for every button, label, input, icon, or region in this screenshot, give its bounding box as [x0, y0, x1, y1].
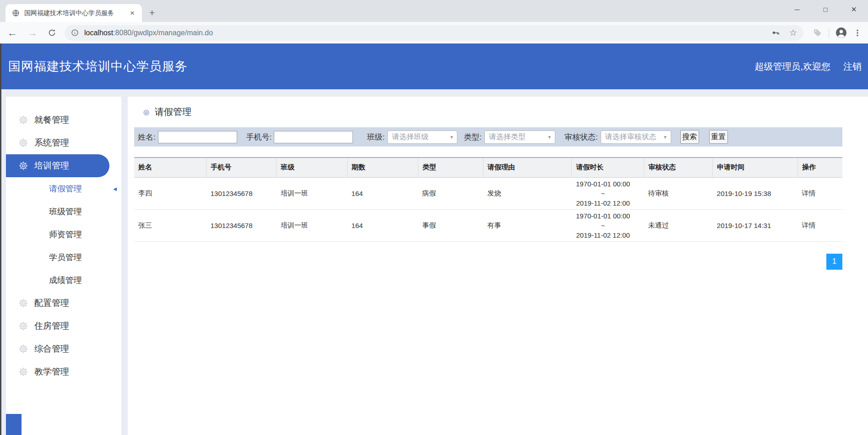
- chevron-down-icon: ▾: [544, 134, 551, 140]
- name-input[interactable]: [158, 131, 237, 143]
- sidebar-item-housing[interactable]: 住房管理: [6, 315, 121, 337]
- url-path: :8080/gwdlpx/manage/main.do: [113, 29, 213, 37]
- window-controls: ─ □ ×: [783, 0, 868, 18]
- page-title: 请假管理: [155, 106, 191, 118]
- sidebar-item-label: 系统管理: [34, 137, 69, 149]
- cell-apply-time: 2019-10-19 15:38: [713, 177, 798, 209]
- cell-duration: 1970-01-01 00:00 ~ 2019-11-02 12:00: [572, 177, 644, 209]
- search-button[interactable]: 搜索: [680, 130, 699, 144]
- browser-toolbar: ← → localhost:8080/gwdlpx/manage/main.do: [0, 22, 868, 44]
- type-select[interactable]: 请选择类型 ▾: [484, 130, 555, 144]
- status-select-placeholder: 请选择审核状态: [605, 132, 656, 142]
- col-name: 姓名: [134, 158, 206, 177]
- title-bullet-icon: ◎: [143, 108, 149, 116]
- toolbar-divider: [829, 28, 829, 38]
- logout-link[interactable]: 注销: [843, 60, 862, 73]
- forward-button[interactable]: →: [27, 28, 38, 38]
- browser-tab[interactable]: 国网福建技术培训中心学员服务 ×: [5, 4, 142, 22]
- detail-link[interactable]: 详情: [802, 189, 815, 197]
- gear-icon: [18, 343, 29, 354]
- globe-favicon-icon: [12, 9, 20, 17]
- submenu-item-score[interactable]: 成绩管理: [6, 269, 121, 292]
- cell-name: 张三: [134, 209, 206, 241]
- gear-icon: [18, 114, 29, 125]
- leave-table: 姓名 手机号 班级 期数 类型 请假理由 请假时长 审核状态 申请时间 操作 李: [134, 157, 842, 242]
- submenu-item-label: 师资管理: [49, 229, 82, 240]
- sidebar-item-label: 培训管理: [34, 160, 69, 172]
- sidebar-item-label: 综合管理: [34, 343, 69, 355]
- address-bar[interactable]: localhost:8080/gwdlpx/manage/main.do ☆: [65, 25, 803, 41]
- browser-window: 国网福建技术培训中心学员服务 × + ─ □ × ← → localhost:8…: [0, 0, 868, 435]
- cell-phone: 13012345678: [206, 209, 277, 241]
- col-status: 审核状态: [644, 158, 713, 177]
- minimize-button[interactable]: ─: [783, 5, 811, 13]
- window-close-button[interactable]: ×: [840, 4, 868, 15]
- url-text: localhost:8080/gwdlpx/manage/main.do: [84, 29, 213, 37]
- main-content: ◎ 请假管理 姓名: 手机号: 班级: 请选择班级 ▾ 类型: 请选择类型 ▾: [128, 97, 868, 435]
- cell-action: 详情: [797, 177, 842, 209]
- cell-class: 培训一班: [277, 177, 347, 209]
- sidebar-item-label: 住房管理: [34, 320, 69, 332]
- cell-type: 病假: [418, 177, 483, 209]
- sidebar-item-label: 就餐管理: [34, 114, 69, 126]
- tab-title: 国网福建技术培训中心学员服务: [24, 9, 127, 17]
- back-button[interactable]: ←: [7, 28, 17, 38]
- bookmark-star-icon[interactable]: ☆: [789, 27, 797, 38]
- chevron-down-icon: ▾: [447, 134, 453, 140]
- table-row: 李四 13012345678 培训一班 164 病假 发烧 1970-01-01…: [134, 177, 842, 209]
- password-key-icon[interactable]: [771, 28, 780, 37]
- submenu-item-teacher[interactable]: 师资管理: [6, 223, 121, 246]
- status-select[interactable]: 请选择审核状态 ▾: [601, 130, 671, 144]
- col-phone: 手机号: [206, 158, 277, 177]
- name-label: 姓名:: [138, 132, 156, 142]
- sidebar-content-gap: [121, 97, 128, 435]
- submenu-item-class[interactable]: 班级管理: [6, 200, 121, 223]
- sidebar-item-dining[interactable]: 就餐管理: [6, 109, 121, 131]
- browser-menu-icon[interactable]: [853, 29, 862, 37]
- status-label: 审核状态:: [564, 132, 598, 142]
- submenu-item-label: 请假管理: [49, 183, 82, 194]
- cell-action: 详情: [797, 209, 842, 241]
- sidebar-item-general[interactable]: 综合管理: [6, 337, 121, 360]
- col-action: 操作: [797, 158, 842, 177]
- gear-icon: [18, 160, 29, 171]
- sidebar-item-teaching[interactable]: 教学管理: [6, 360, 121, 383]
- reload-button[interactable]: [48, 28, 56, 37]
- cell-reason: 发烧: [483, 177, 572, 209]
- gear-icon: [18, 137, 29, 148]
- extension-tag-icon[interactable]: [813, 28, 822, 38]
- tab-close-icon[interactable]: ×: [127, 9, 137, 18]
- cell-phone: 13012345678: [206, 177, 277, 209]
- phone-input[interactable]: [274, 131, 353, 143]
- page-body: 就餐管理 系统管理 培训管理 请假管理 ◀ 班级管理 师资管理 学员管理: [0, 89, 868, 435]
- class-select[interactable]: 请选择班级 ▾: [387, 130, 457, 144]
- col-period: 期数: [347, 158, 418, 177]
- col-type: 类型: [418, 158, 483, 177]
- cell-type: 事假: [418, 209, 483, 241]
- col-apply-time: 申请时间: [713, 158, 798, 177]
- duration-separator: ~: [576, 221, 630, 230]
- sidebar-bottom-decoration: [6, 414, 22, 435]
- page-1-button[interactable]: 1: [826, 254, 842, 270]
- submenu-item-label: 班级管理: [49, 206, 82, 217]
- profile-avatar-icon[interactable]: [835, 27, 847, 38]
- table-header-row: 姓名 手机号 班级 期数 类型 请假理由 请假时长 审核状态 申请时间 操作: [134, 158, 842, 177]
- sidebar-item-config[interactable]: 配置管理: [6, 292, 121, 315]
- submenu-item-label: 学员管理: [49, 252, 82, 263]
- page-info-icon[interactable]: [71, 29, 79, 37]
- detail-link[interactable]: 详情: [802, 221, 815, 229]
- reset-button[interactable]: 重置: [709, 130, 728, 144]
- type-label: 类型:: [464, 132, 482, 142]
- sidebar-item-training[interactable]: 培训管理: [6, 154, 109, 177]
- class-label: 班级:: [367, 132, 385, 142]
- cell-reason: 有事: [483, 209, 572, 241]
- table-row: 张三 13012345678 培训一班 164 事假 有事 1970-01-01…: [134, 209, 842, 241]
- duration-end: 2019-11-02 12:00: [576, 198, 630, 208]
- submenu-item-leave[interactable]: 请假管理 ◀: [6, 177, 121, 200]
- maximize-button[interactable]: □: [811, 5, 840, 13]
- sidebar-item-label: 教学管理: [34, 366, 69, 378]
- submenu-item-label: 成绩管理: [49, 275, 82, 286]
- submenu-item-student[interactable]: 学员管理: [6, 246, 121, 269]
- new-tab-button[interactable]: +: [149, 7, 155, 18]
- sidebar-item-system[interactable]: 系统管理: [6, 131, 121, 154]
